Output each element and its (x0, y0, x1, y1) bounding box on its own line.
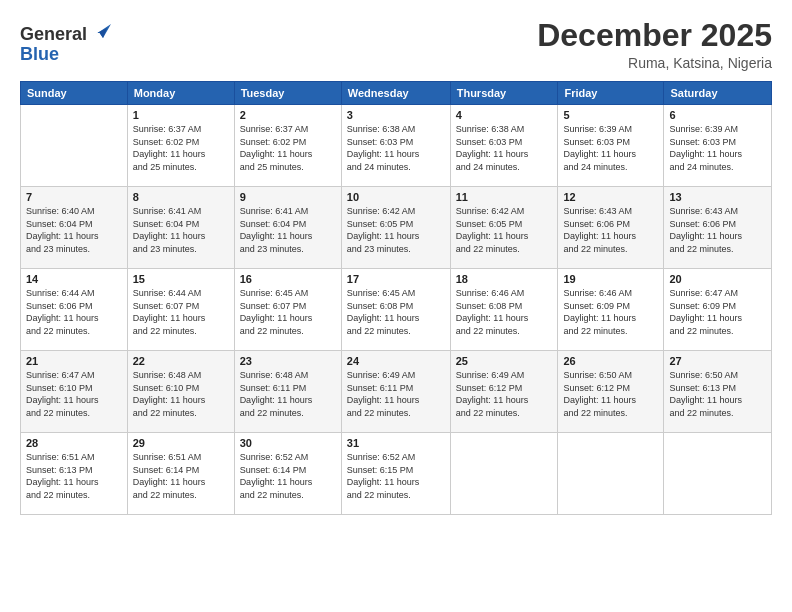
daylight-line2: and 23 minutes. (26, 243, 122, 256)
col-saturday: Saturday (664, 82, 772, 105)
daylight-line2: and 23 minutes. (240, 243, 336, 256)
calendar-cell: 26Sunrise: 6:50 AMSunset: 6:12 PMDayligh… (558, 351, 664, 433)
calendar-cell: 28Sunrise: 6:51 AMSunset: 6:13 PMDayligh… (21, 433, 128, 515)
sunset-text: Sunset: 6:07 PM (133, 300, 229, 313)
day-number: 15 (133, 273, 229, 285)
day-number: 25 (456, 355, 553, 367)
day-number: 3 (347, 109, 445, 121)
sunrise-text: Sunrise: 6:38 AM (347, 123, 445, 136)
sunrise-text: Sunrise: 6:52 AM (347, 451, 445, 464)
sunset-text: Sunset: 6:02 PM (133, 136, 229, 149)
calendar-cell: 12Sunrise: 6:43 AMSunset: 6:06 PMDayligh… (558, 187, 664, 269)
daylight-line1: Daylight: 11 hours (133, 394, 229, 407)
sunset-text: Sunset: 6:12 PM (563, 382, 658, 395)
daylight-line1: Daylight: 11 hours (347, 148, 445, 161)
day-number: 26 (563, 355, 658, 367)
daylight-line2: and 22 minutes. (240, 489, 336, 502)
month-title: December 2025 (537, 18, 772, 53)
sunset-text: Sunset: 6:09 PM (563, 300, 658, 313)
calendar-cell: 16Sunrise: 6:45 AMSunset: 6:07 PMDayligh… (234, 269, 341, 351)
daylight-line1: Daylight: 11 hours (26, 230, 122, 243)
sunset-text: Sunset: 6:04 PM (240, 218, 336, 231)
day-info: Sunrise: 6:38 AMSunset: 6:03 PMDaylight:… (456, 123, 553, 173)
day-number: 27 (669, 355, 766, 367)
sunrise-text: Sunrise: 6:41 AM (133, 205, 229, 218)
day-number: 10 (347, 191, 445, 203)
day-number: 14 (26, 273, 122, 285)
sunset-text: Sunset: 6:03 PM (563, 136, 658, 149)
daylight-line1: Daylight: 11 hours (563, 394, 658, 407)
daylight-line1: Daylight: 11 hours (347, 312, 445, 325)
sunrise-text: Sunrise: 6:51 AM (133, 451, 229, 464)
day-info: Sunrise: 6:40 AMSunset: 6:04 PMDaylight:… (26, 205, 122, 255)
day-info: Sunrise: 6:41 AMSunset: 6:04 PMDaylight:… (133, 205, 229, 255)
sunset-text: Sunset: 6:13 PM (669, 382, 766, 395)
day-info: Sunrise: 6:47 AMSunset: 6:10 PMDaylight:… (26, 369, 122, 419)
sunrise-text: Sunrise: 6:42 AM (347, 205, 445, 218)
calendar-cell: 31Sunrise: 6:52 AMSunset: 6:15 PMDayligh… (341, 433, 450, 515)
calendar-cell: 22Sunrise: 6:48 AMSunset: 6:10 PMDayligh… (127, 351, 234, 433)
daylight-line1: Daylight: 11 hours (669, 394, 766, 407)
col-thursday: Thursday (450, 82, 558, 105)
sunrise-text: Sunrise: 6:37 AM (133, 123, 229, 136)
sunrise-text: Sunrise: 6:48 AM (240, 369, 336, 382)
calendar-cell: 6Sunrise: 6:39 AMSunset: 6:03 PMDaylight… (664, 105, 772, 187)
sunset-text: Sunset: 6:14 PM (240, 464, 336, 477)
day-number: 6 (669, 109, 766, 121)
calendar-cell: 15Sunrise: 6:44 AMSunset: 6:07 PMDayligh… (127, 269, 234, 351)
day-info: Sunrise: 6:37 AMSunset: 6:02 PMDaylight:… (133, 123, 229, 173)
sunrise-text: Sunrise: 6:37 AM (240, 123, 336, 136)
day-info: Sunrise: 6:44 AMSunset: 6:07 PMDaylight:… (133, 287, 229, 337)
sunrise-text: Sunrise: 6:45 AM (347, 287, 445, 300)
day-info: Sunrise: 6:49 AMSunset: 6:12 PMDaylight:… (456, 369, 553, 419)
daylight-line1: Daylight: 11 hours (669, 148, 766, 161)
calendar-week-row-1: 1Sunrise: 6:37 AMSunset: 6:02 PMDaylight… (21, 105, 772, 187)
sunset-text: Sunset: 6:02 PM (240, 136, 336, 149)
daylight-line2: and 22 minutes. (26, 407, 122, 420)
calendar-cell: 29Sunrise: 6:51 AMSunset: 6:14 PMDayligh… (127, 433, 234, 515)
sunset-text: Sunset: 6:11 PM (347, 382, 445, 395)
calendar-table: Sunday Monday Tuesday Wednesday Thursday… (20, 81, 772, 515)
sunrise-text: Sunrise: 6:52 AM (240, 451, 336, 464)
day-info: Sunrise: 6:39 AMSunset: 6:03 PMDaylight:… (563, 123, 658, 173)
day-number: 24 (347, 355, 445, 367)
sunset-text: Sunset: 6:06 PM (669, 218, 766, 231)
daylight-line1: Daylight: 11 hours (347, 230, 445, 243)
logo-blue-text: Blue (20, 45, 111, 65)
sunrise-text: Sunrise: 6:47 AM (669, 287, 766, 300)
day-number: 11 (456, 191, 553, 203)
day-number: 13 (669, 191, 766, 203)
daylight-line1: Daylight: 11 hours (563, 230, 658, 243)
calendar-cell: 19Sunrise: 6:46 AMSunset: 6:09 PMDayligh… (558, 269, 664, 351)
col-wednesday: Wednesday (341, 82, 450, 105)
daylight-line2: and 23 minutes. (347, 243, 445, 256)
daylight-line2: and 22 minutes. (456, 407, 553, 420)
daylight-line1: Daylight: 11 hours (26, 476, 122, 489)
calendar-cell: 1Sunrise: 6:37 AMSunset: 6:02 PMDaylight… (127, 105, 234, 187)
daylight-line2: and 22 minutes. (669, 407, 766, 420)
calendar-cell: 9Sunrise: 6:41 AMSunset: 6:04 PMDaylight… (234, 187, 341, 269)
sunrise-text: Sunrise: 6:48 AM (133, 369, 229, 382)
daylight-line2: and 22 minutes. (456, 325, 553, 338)
calendar-cell: 23Sunrise: 6:48 AMSunset: 6:11 PMDayligh… (234, 351, 341, 433)
page: General Blue December 2025 Ruma, Katsina… (0, 0, 792, 612)
day-info: Sunrise: 6:48 AMSunset: 6:10 PMDaylight:… (133, 369, 229, 419)
day-info: Sunrise: 6:42 AMSunset: 6:05 PMDaylight:… (347, 205, 445, 255)
sunrise-text: Sunrise: 6:39 AM (563, 123, 658, 136)
calendar-cell (450, 433, 558, 515)
daylight-line1: Daylight: 11 hours (456, 230, 553, 243)
sunset-text: Sunset: 6:13 PM (26, 464, 122, 477)
day-number: 4 (456, 109, 553, 121)
logo-blue-label: Blue (20, 44, 59, 64)
day-number: 12 (563, 191, 658, 203)
day-number: 19 (563, 273, 658, 285)
day-info: Sunrise: 6:46 AMSunset: 6:09 PMDaylight:… (563, 287, 658, 337)
calendar-week-row-5: 28Sunrise: 6:51 AMSunset: 6:13 PMDayligh… (21, 433, 772, 515)
day-number: 2 (240, 109, 336, 121)
day-info: Sunrise: 6:51 AMSunset: 6:13 PMDaylight:… (26, 451, 122, 501)
sunrise-text: Sunrise: 6:41 AM (240, 205, 336, 218)
day-number: 9 (240, 191, 336, 203)
daylight-line2: and 22 minutes. (669, 243, 766, 256)
sunrise-text: Sunrise: 6:49 AM (456, 369, 553, 382)
calendar-cell: 4Sunrise: 6:38 AMSunset: 6:03 PMDaylight… (450, 105, 558, 187)
